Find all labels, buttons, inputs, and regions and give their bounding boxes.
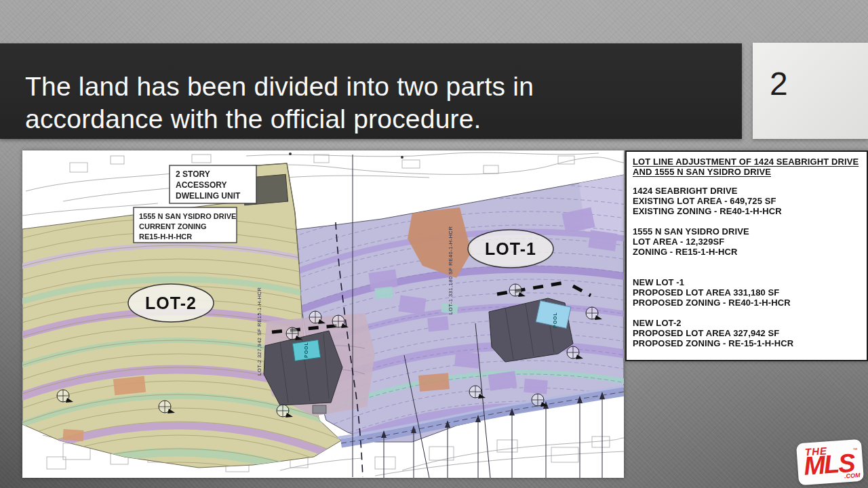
slide-number-box: 2 [753, 43, 868, 139]
callout-zoning-line3: RE15-H-H-HCR [139, 232, 192, 241]
callout-adu-line1: 2 STORY [176, 169, 210, 179]
callout-zoning: 1555 N SAN YSIDRO DRIVE CURRENT ZONING R… [134, 207, 237, 243]
slide-title-line2: accordance with the official procedure. [25, 103, 534, 136]
lot1-label: LOT-1 [485, 239, 536, 258]
lot2-annotation: LOT-2 327,942 SF RE15-1-H-HCR [256, 287, 262, 375]
mls-logo-tm: ™ [853, 447, 858, 452]
lot1-label-ellipse: LOT-1 [468, 230, 553, 268]
lot1-pool-label: POOL [553, 312, 557, 328]
lot2-label: LOT-2 [145, 293, 197, 312]
slide-title: The land has been divided into two parts… [25, 70, 534, 136]
lot2-pool-label: POOL [304, 342, 309, 358]
mls-logo: THE MLS ™ .COM [796, 439, 864, 486]
info-heading-line1: LOT LINE ADJUSTMENT OF 1424 SEABRIGHT DR… [633, 157, 861, 167]
slide-title-line1: The land has been divided into two parts… [25, 70, 534, 103]
info-heading-line2: AND 1555 N SAN YSIDRO DRIVE [633, 167, 861, 177]
callout-adu-line2: ACCESSORY [176, 180, 227, 190]
lot1-annotation: LOT-1 331,180 SF RE40-1-H-HCR [448, 226, 454, 314]
lot-adjustment-info-panel: LOT LINE ADJUSTMENT OF 1424 SEABRIGHT DR… [625, 150, 868, 361]
callout-zoning-line2: CURRENT ZONING [139, 222, 207, 230]
site-plan-map: POOL POOL LOT-2 327,942 SF RE15-1-H-HCR … [22, 150, 624, 478]
info-body: 1424 SEABRIGHT DRIVE EXISTING LOT AREA -… [633, 186, 861, 348]
callout-adu: 2 STORY ACCESSORY DWELLING UNIT [170, 165, 256, 203]
callout-adu-line3: DWELLING UNIT [176, 191, 241, 201]
mls-logo-com: .COM [844, 472, 861, 480]
lot2-label-ellipse: LOT-2 [128, 284, 214, 322]
callout-zoning-line1: 1555 N SAN YSIDRO DRIVE [139, 212, 236, 220]
title-bar: The land has been divided into two parts… [0, 43, 742, 139]
slide-number: 2 [770, 68, 788, 100]
site-plan-svg: POOL POOL LOT-2 327,942 SF RE15-1-H-HCR … [22, 150, 624, 478]
